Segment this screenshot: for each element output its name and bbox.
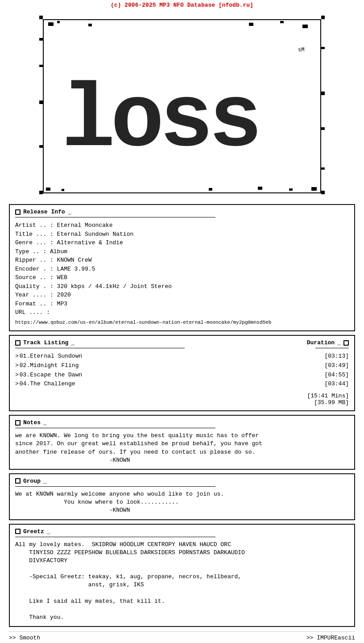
svg-rect-17 xyxy=(62,189,64,191)
svg-rect-13 xyxy=(249,23,253,26)
track-04: 04.The Challenge xyxy=(15,380,298,389)
svg-text:sM: sM xyxy=(298,47,304,53)
duration-04: [03:44] xyxy=(307,380,349,389)
svg-rect-3 xyxy=(43,192,321,193)
group-content: We at KNOWN warmly welcome anyone who wo… xyxy=(15,490,349,515)
svg-rect-1 xyxy=(43,19,44,193)
svg-rect-21 xyxy=(311,187,317,191)
svg-rect-4 xyxy=(39,16,43,19)
svg-rect-22 xyxy=(39,38,43,41)
footer-right: >> IMPUREascii xyxy=(306,635,355,641)
group-box: Group _ We at KNOWN warmly welcome anyon… xyxy=(9,473,355,520)
copyright-text: (c) 2006-2025 MP3 NFO Database [nfodb.ru… xyxy=(9,0,355,11)
release-info-title: Release Info _ xyxy=(15,209,349,215)
svg-rect-12 xyxy=(88,24,92,26)
svg-rect-0 xyxy=(43,19,321,20)
duration-section: Duration _ [03:13] [03:49] [04:55] [03:4… xyxy=(298,339,349,406)
notes-title: Notes _ xyxy=(15,419,349,426)
svg-rect-23 xyxy=(39,65,43,67)
svg-rect-10 xyxy=(48,22,54,26)
svg-rect-7 xyxy=(321,191,325,194)
ascii-art-logo: sM loss xyxy=(35,11,329,200)
footer-bar: >> Smooth >> IMPUREascii xyxy=(9,631,355,643)
track-03: 03.Escape the Dawn xyxy=(15,371,298,380)
duration-01: [03:13] xyxy=(307,352,349,361)
svg-rect-25 xyxy=(39,145,43,148)
track-section: Track Listing _ 01.Eternal Sundown 02.Mi… xyxy=(15,339,298,406)
svg-rect-29 xyxy=(321,167,325,170)
duration-total: [15:41 Mins] [35.99 MB] xyxy=(307,392,349,406)
svg-rect-28 xyxy=(321,127,325,130)
group-title: Group _ xyxy=(15,478,349,484)
track-01: 01.Eternal Sundown xyxy=(15,352,298,361)
release-info-content: Artist .. : Eternal Mooncake Title ... :… xyxy=(15,221,349,326)
svg-rect-19 xyxy=(258,187,262,190)
tracklist-title: Track Listing _ xyxy=(15,339,298,346)
svg-rect-18 xyxy=(209,188,212,191)
duration-02: [03:49] xyxy=(307,361,349,371)
duration-title: Duration _ xyxy=(307,339,349,346)
greetz-content: All my lovely mates. SKIDROW HOODLUM CEN… xyxy=(15,541,349,622)
tracklist-box: Track Listing _ 01.Eternal Sundown 02.Mi… xyxy=(9,335,355,411)
svg-rect-11 xyxy=(57,21,60,23)
release-url[interactable]: https://www.qobuz.com/us-en/album/eterna… xyxy=(15,319,349,326)
notes-box: Notes _ we are KNOWN. We long to bring y… xyxy=(9,415,355,470)
release-info-box: Release Info _ Artist .. : Eternal Moonc… xyxy=(9,204,355,331)
svg-rect-2 xyxy=(320,19,321,193)
svg-text:loss: loss xyxy=(62,71,258,172)
svg-rect-26 xyxy=(321,47,325,49)
svg-rect-27 xyxy=(321,92,325,95)
greetz-title: Greetz _ xyxy=(15,528,349,535)
footer-left: >> Smooth xyxy=(9,635,40,641)
notes-content: we are KNOWN. We long to bring you the b… xyxy=(15,432,349,464)
svg-rect-5 xyxy=(321,16,325,19)
svg-rect-14 xyxy=(280,21,284,23)
greetz-box: Greetz _ All my lovely mates. SKIDROW HO… xyxy=(9,524,355,627)
svg-rect-24 xyxy=(39,100,43,104)
duration-03: [04:55] xyxy=(307,371,349,380)
track-02: 02.Midnight Fling xyxy=(15,361,298,371)
svg-rect-16 xyxy=(46,188,50,191)
svg-rect-6 xyxy=(39,191,43,194)
svg-rect-20 xyxy=(289,188,293,191)
svg-rect-15 xyxy=(302,25,308,28)
